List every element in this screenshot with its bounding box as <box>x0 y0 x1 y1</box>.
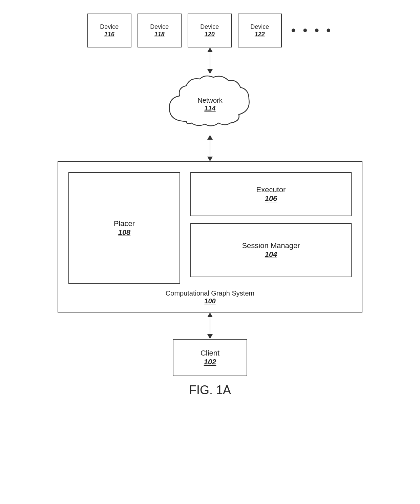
system-num: 100 <box>68 297 352 305</box>
devices-to-network-arrow <box>207 47 213 74</box>
session-manager-box: Session Manager 104 <box>190 223 352 277</box>
device-122: Device 122 <box>238 14 282 47</box>
session-manager-label: Session Manager <box>242 241 300 250</box>
client-label: Client <box>201 349 219 358</box>
client-box: Client 102 <box>173 339 247 376</box>
arrow-up-head <box>207 47 213 52</box>
device-118-label: Device <box>150 23 169 31</box>
arrow-down-head-3 <box>207 334 213 339</box>
arrow-up-head-2 <box>207 135 213 140</box>
placer-label: Placer <box>114 219 135 228</box>
device-116: Device 116 <box>87 14 131 47</box>
device-120-label: Device <box>200 23 219 31</box>
executor-box: Executor 106 <box>190 172 352 216</box>
network-num: 114 <box>197 104 222 112</box>
arrow-line-1 <box>210 52 210 69</box>
network-cloud: Network 114 <box>159 74 261 135</box>
device-118-num: 118 <box>154 31 165 38</box>
arrow-down-head-2 <box>207 157 213 161</box>
system-footer: Computational Graph System 100 <box>68 289 352 305</box>
device-120-num: 120 <box>205 31 215 38</box>
executor-num: 106 <box>265 194 277 203</box>
placer-num: 108 <box>118 228 131 237</box>
arrow-up-head-3 <box>207 313 213 317</box>
system-to-client-arrow <box>207 313 213 339</box>
network-to-system-arrow <box>207 135 213 161</box>
network-cloud-wrapper: Network 114 <box>159 74 261 135</box>
figure-label: FIG. 1A <box>189 383 231 397</box>
right-column: Executor 106 Session Manager 104 <box>190 172 352 284</box>
placer-box: Placer 108 <box>68 172 180 284</box>
session-manager-num: 104 <box>265 250 277 259</box>
client-num: 102 <box>204 358 216 366</box>
arrow-down-head <box>207 69 213 74</box>
system-inner: Placer 108 Executor 106 Session Manager … <box>68 172 352 284</box>
computational-graph-system-box: Placer 108 Executor 106 Session Manager … <box>58 161 362 313</box>
diagram-container: Device 116 Device 118 Device 120 Device … <box>0 0 420 504</box>
arrow-line-3 <box>210 317 210 334</box>
device-122-num: 122 <box>255 31 265 38</box>
executor-label: Executor <box>256 185 286 194</box>
system-name: Computational Graph System <box>68 289 352 297</box>
device-122-label: Device <box>250 23 269 31</box>
device-116-label: Device <box>100 23 119 31</box>
more-devices-dots: • • • • <box>291 23 333 38</box>
device-120: Device 120 <box>188 14 232 47</box>
network-text: Network 114 <box>197 97 222 112</box>
network-label: Network <box>197 97 222 104</box>
device-118: Device 118 <box>138 14 182 47</box>
device-116-num: 116 <box>104 31 114 38</box>
devices-row: Device 116 Device 118 Device 120 Device … <box>87 14 333 47</box>
arrow-line-2 <box>210 140 210 157</box>
